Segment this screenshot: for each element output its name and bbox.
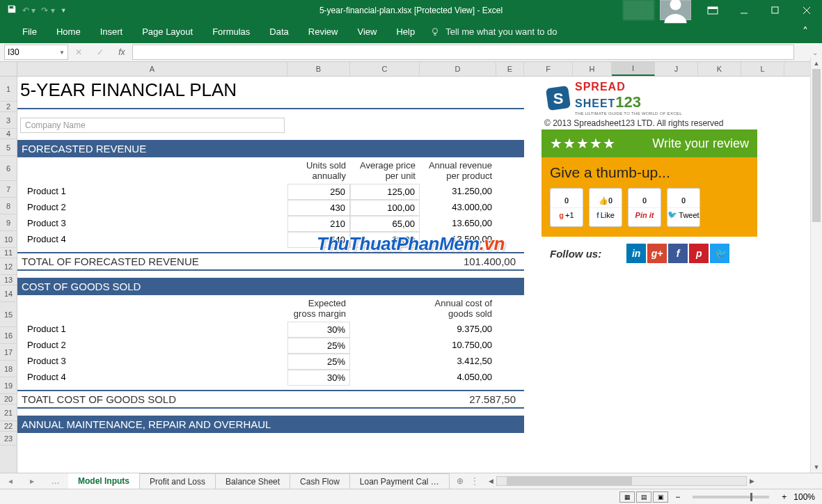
cancel-formula-icon: ✕	[75, 47, 82, 57]
ribbon-tabs: File Home Insert Page Layout Formulas Da…	[0, 20, 822, 43]
pinterest-button[interactable]: 0 Pin it	[628, 188, 661, 227]
title-bar: ↶ ▾ ↷ ▾ ▼ 5-year-financial-plan.xlsx [Pr…	[0, 0, 822, 20]
sheet-tab-loan[interactable]: Loan Payment Cal …	[350, 473, 450, 489]
worksheet-tabs: ◂ ▸ … Model Inputs Profit and Loss Balan…	[0, 473, 822, 489]
company-name-input[interactable]: Company Name	[20, 118, 285, 133]
watermark-text: ThuThuatPhanMem.vn	[317, 233, 505, 255]
hscroll-right-icon[interactable]: ▶	[750, 478, 754, 485]
svg-point-4	[433, 28, 438, 33]
window-title: 5-year-financial-plan.xlsx [Protected Vi…	[319, 6, 503, 15]
tab-review[interactable]: Review	[299, 21, 348, 42]
scroll-up-icon[interactable]: ▲	[811, 58, 822, 69]
follow-us-label: Follow us:	[550, 248, 601, 260]
zoom-level[interactable]: 100%	[793, 492, 815, 502]
google-plus-button[interactable]: 0 g+1	[550, 188, 583, 227]
tab-insert[interactable]: Insert	[90, 21, 133, 42]
scroll-down-icon[interactable]: ▼	[811, 462, 822, 473]
tab-home[interactable]: Home	[47, 21, 90, 42]
facebook-icon[interactable]: f	[668, 244, 688, 263]
fx-icon[interactable]: fx	[118, 47, 125, 57]
twitter-icon[interactable]: 🐦	[710, 244, 729, 263]
svg-point-0	[670, 0, 681, 10]
formula-input[interactable]	[132, 45, 794, 60]
spreadsheet123-logo: S SPREAD SHEET123 THE ULTIMATE GUIDE TO …	[542, 77, 757, 117]
tab-help[interactable]: Help	[386, 21, 425, 42]
close-button[interactable]	[791, 0, 822, 20]
formula-expand-icon[interactable]: ⌄	[808, 49, 822, 56]
vertical-scrollbar[interactable]: ▲ ▼	[810, 58, 822, 473]
svg-rect-3	[772, 7, 778, 13]
row-headers[interactable]: 1 2 3 4 5 6 7 8 9 10 11 12 13 14 15 16 1…	[0, 62, 17, 473]
svg-text:S: S	[553, 90, 564, 107]
tab-page-layout[interactable]: Page Layout	[132, 21, 203, 42]
svg-rect-2	[708, 7, 718, 9]
page-break-view-icon[interactable]: ▣	[653, 491, 668, 503]
tab-data[interactable]: Data	[260, 21, 298, 42]
tab-file[interactable]: File	[13, 21, 47, 42]
total-cogs-row: TOATL COST OF GOODS SOLD 27.587,50	[17, 390, 524, 409]
facebook-like-button[interactable]: 👍 0 f Like	[589, 188, 622, 227]
sheet-tab-balance[interactable]: Balance Sheet	[216, 473, 290, 489]
maximize-button[interactable]	[759, 0, 791, 20]
tweet-button[interactable]: 0 🐦Tweet	[667, 188, 700, 227]
sheet-tab-cashflow[interactable]: Cash Flow	[290, 473, 350, 489]
undo-icon[interactable]: ↶ ▾	[22, 6, 35, 15]
sheet-title: 5-YEAR FINANCIAL PLAN	[17, 77, 524, 109]
table-cell[interactable]: 31.250,00	[420, 184, 496, 200]
table-cell[interactable]: 125,00	[350, 184, 420, 200]
normal-view-icon[interactable]: ▦	[619, 491, 635, 503]
formula-bar: I30▼ ✕ ✓ fx ⌄	[0, 43, 822, 62]
ribbon-display-icon[interactable]	[697, 0, 728, 20]
sheet-tab-pl[interactable]: Profit and Loss	[140, 473, 216, 489]
total-revenue-row: TOTAL OF FORECASTED REVENUE 101.400,00	[17, 252, 524, 271]
maintenance-header: ANNUAL MAINTENANCE, REPAIR AND OVERHAUL	[17, 416, 524, 433]
hscroll-left-icon[interactable]: ◀	[489, 478, 493, 485]
column-headers[interactable]: A B C D E F H I J K L	[17, 62, 822, 77]
enter-formula-icon: ✓	[97, 47, 104, 57]
add-sheet-button[interactable]: ⊕	[450, 476, 471, 486]
redo-icon[interactable]: ↷ ▾	[41, 6, 54, 15]
table-cell[interactable]: 250	[287, 184, 350, 200]
linkedin-icon[interactable]: in	[626, 244, 646, 263]
qat-dropdown-icon[interactable]: ▼	[61, 7, 67, 14]
tab-formulas[interactable]: Formulas	[203, 21, 260, 42]
user-name-blur	[623, 0, 654, 20]
save-icon[interactable]	[7, 4, 17, 16]
googleplus-icon[interactable]: g+	[647, 244, 667, 263]
table-cell[interactable]: Product 1	[17, 184, 287, 200]
side-promo-panel: S SPREAD SHEET123 THE ULTIMATE GUIDE TO …	[542, 77, 757, 270]
lightbulb-icon	[430, 27, 440, 37]
cogs-header: COST OF GOODS SOLD	[17, 278, 524, 295]
tell-me-search[interactable]: Tell me what you want to do	[430, 26, 557, 37]
thumb-up-title: Give a thumb-up...	[550, 164, 749, 181]
tab-nav-prev-icon[interactable]: ▸	[30, 476, 34, 486]
horizontal-scrollbar[interactable]	[496, 476, 747, 486]
copyright-text: © 2013 Spreadsheet123 LTD. All rights re…	[542, 117, 757, 129]
pinterest-icon[interactable]: p	[689, 244, 709, 263]
write-review-button[interactable]: ★★★★★ Write your review	[542, 129, 757, 157]
status-bar: ▦ ▤ ▣ − + 100%	[0, 489, 822, 504]
name-box[interactable]: I30▼	[4, 45, 68, 60]
minimize-button[interactable]	[728, 0, 759, 20]
worksheet[interactable]: 5-YEAR FINANCIAL PLAN Company Name FOREC…	[17, 77, 822, 433]
ribbon-collapse-icon[interactable]: ˄	[803, 25, 808, 38]
forecast-revenue-header: FORECASTED REVENUE	[17, 140, 524, 157]
zoom-slider[interactable]	[693, 496, 769, 498]
tab-nav-more-icon[interactable]: …	[52, 476, 60, 486]
stars-icon: ★★★★★	[550, 135, 616, 152]
user-avatar[interactable]	[660, 0, 691, 20]
zoom-in-icon[interactable]: +	[782, 492, 787, 502]
page-layout-view-icon[interactable]: ▤	[636, 491, 651, 503]
zoom-out-icon[interactable]: −	[675, 492, 680, 502]
chevron-down-icon[interactable]: ▼	[59, 49, 65, 56]
tab-view[interactable]: View	[347, 21, 386, 42]
sheet-tab-model-inputs[interactable]: Model Inputs	[68, 473, 140, 490]
tab-nav-first-icon[interactable]: ◂	[8, 476, 13, 486]
scroll-thumb[interactable]	[812, 69, 821, 222]
